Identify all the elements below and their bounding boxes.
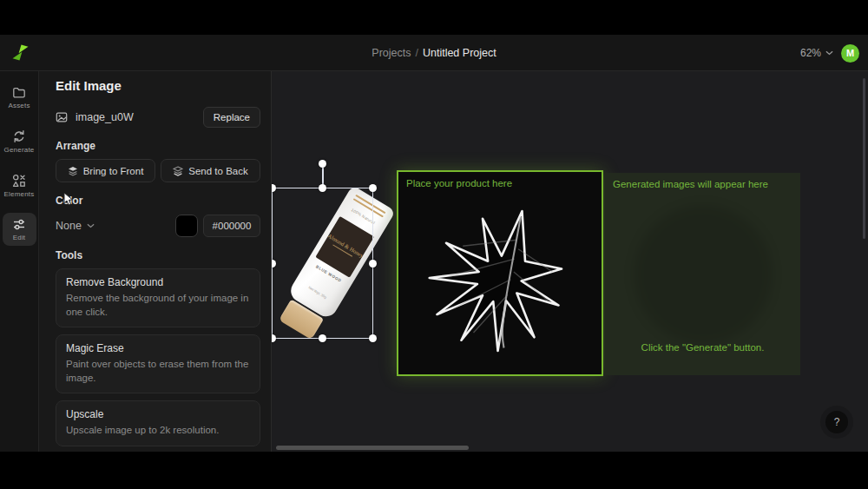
color-swatch[interactable] [175, 215, 198, 237]
send-to-back-label: Send to Back [188, 166, 247, 176]
main-area: Assets Generate Elements [0, 71, 868, 452]
sidebar-item-assets[interactable]: Assets [3, 81, 36, 114]
canvas[interactable]: 100% Natural Almond & Honey BLUE WOOD Ne… [272, 71, 868, 452]
chevron-down-icon [87, 223, 95, 228]
rotation-handle[interactable] [319, 160, 326, 168]
tools-section-label: Tools [56, 249, 260, 261]
color-row: None #000000 [56, 215, 260, 237]
resize-handle-top-right[interactable] [369, 184, 377, 192]
folder-icon [12, 86, 26, 99]
magic-erase-card[interactable]: Magic Erase Paint over objects to erase … [56, 334, 260, 393]
breadcrumb-separator: / [415, 47, 418, 59]
send-to-back-icon [173, 166, 183, 176]
image-filename: image_u0W [76, 111, 203, 123]
resize-handle-left[interactable] [272, 260, 276, 268]
generate-hint-text: Click the "Generate" button. [605, 342, 800, 353]
sidebar-item-edit[interactable]: Edit [3, 213, 36, 246]
tool-title: Remove Background [66, 276, 250, 288]
tool-description: Upscale image up to 2k resolution. [66, 424, 250, 438]
arrange-section-label: Arrange [56, 140, 260, 152]
image-icon [56, 111, 68, 123]
sidebar-item-label: Elements [4, 190, 35, 198]
image-row: image_u0W Replace [56, 107, 260, 128]
remove-background-card[interactable]: Remove Background Remove the background … [56, 268, 260, 327]
page-title: Edit Image [56, 78, 260, 93]
app-window: Projects / Untitled Project 62% M Assets [0, 35, 868, 452]
sidebar-item-label: Generate [4, 146, 35, 154]
generated-zone-watermark [634, 205, 773, 344]
sidebar-item-label: Edit [13, 234, 26, 241]
help-button[interactable]: ? [825, 411, 848, 433]
resize-handle-right[interactable] [369, 260, 377, 268]
zoom-level-value: 62% [800, 47, 821, 59]
breadcrumb-project-name: Untitled Project [423, 47, 496, 59]
shapes-icon [12, 174, 26, 188]
header-right-controls: 62% M [800, 35, 859, 71]
selection-box[interactable] [272, 188, 373, 339]
resize-handle-bottom-left[interactable] [272, 334, 276, 342]
color-mode-dropdown[interactable]: None [56, 220, 175, 232]
tool-description: Paint over objects to erase them from th… [66, 358, 250, 385]
horizontal-scrollbar[interactable] [276, 446, 469, 450]
resize-handle-top[interactable] [319, 184, 326, 192]
tool-title: Upscale [66, 408, 250, 420]
resize-handle-top-left[interactable] [272, 184, 276, 192]
edit-image-panel: Edit Image image_u0W Replace Arrange [39, 71, 272, 452]
bring-to-front-icon [68, 166, 78, 176]
mouse-cursor-icon [63, 192, 75, 207]
generated-results-zone: Generated images will appear here Click … [605, 173, 800, 375]
arrange-buttons: Bring to Front Send to Back [56, 159, 260, 182]
avatar[interactable]: M [841, 44, 859, 63]
breadcrumb-projects-link[interactable]: Projects [372, 47, 411, 59]
color-section-label: Color [56, 195, 260, 207]
bring-to-front-button[interactable]: Bring to Front [56, 159, 155, 182]
sidebar-item-generate[interactable]: Generate [3, 124, 36, 158]
hex-color-field[interactable]: #000000 [203, 215, 260, 237]
sidebar: Assets Generate Elements [0, 71, 39, 452]
top-bar: Projects / Untitled Project 62% M [0, 35, 868, 71]
tool-title: Magic Erase [66, 342, 250, 354]
zoom-level-dropdown[interactable]: 62% [800, 47, 833, 59]
vertical-scrollbar[interactable] [863, 78, 865, 239]
flair-logo-icon[interactable] [11, 43, 30, 62]
resize-handle-bottom[interactable] [319, 334, 326, 342]
sidebar-item-label: Assets [8, 102, 30, 109]
send-to-back-button[interactable]: Send to Back [161, 159, 260, 182]
monstera-leaf-image [410, 186, 592, 370]
replace-button[interactable]: Replace [203, 107, 260, 128]
color-mode-value: None [56, 220, 82, 232]
breadcrumb: Projects / Untitled Project [372, 35, 496, 71]
chevron-down-icon [825, 50, 833, 56]
resize-handle-bottom-right[interactable] [369, 334, 377, 342]
sliders-icon [12, 218, 26, 231]
bring-to-front-label: Bring to Front [83, 166, 144, 176]
generated-zone-label: Generated images will appear here [613, 179, 768, 189]
sidebar-item-elements[interactable]: Elements [3, 169, 36, 202]
tool-description: Remove the background of your image in o… [66, 292, 250, 319]
product-placement-zone[interactable]: Place your product here [397, 170, 603, 376]
upscale-card[interactable]: Upscale Upscale image up to 2k resolutio… [56, 400, 260, 446]
refresh-cycle-icon [12, 129, 26, 143]
